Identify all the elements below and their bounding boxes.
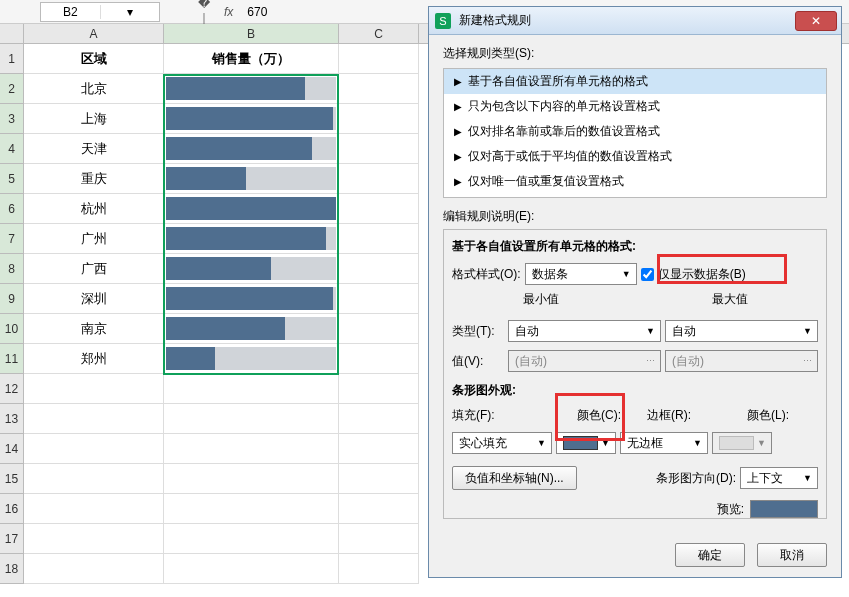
cell[interactable]: 杭州 xyxy=(24,194,164,224)
max-value-input[interactable]: (自动)⋯ xyxy=(665,350,818,372)
color2-combo[interactable]: ▼ xyxy=(712,432,772,454)
cell[interactable] xyxy=(339,134,419,164)
row-header[interactable]: 10 xyxy=(0,314,24,344)
cell[interactable] xyxy=(339,524,419,554)
cell[interactable] xyxy=(164,404,339,434)
rule-item-unique-dup[interactable]: ▶仅对唯一值或重复值设置格式 xyxy=(444,169,826,194)
cell[interactable] xyxy=(339,224,419,254)
formula-input[interactable] xyxy=(243,3,443,21)
cell[interactable] xyxy=(164,494,339,524)
cell[interactable] xyxy=(339,44,419,74)
cell[interactable] xyxy=(24,494,164,524)
show-bar-only-input[interactable] xyxy=(641,268,654,281)
cell[interactable] xyxy=(339,284,419,314)
cell[interactable]: 广西 xyxy=(24,254,164,284)
row-header[interactable]: 18 xyxy=(0,554,24,584)
name-box[interactable]: B2 ▾ xyxy=(40,2,160,22)
cell[interactable] xyxy=(164,104,339,134)
min-type-combo[interactable]: 自动▼ xyxy=(508,320,661,342)
cell[interactable] xyxy=(24,554,164,584)
col-header-A[interactable]: A xyxy=(24,24,164,43)
row-header[interactable]: 17 xyxy=(0,524,24,554)
cell[interactable] xyxy=(339,344,419,374)
cell[interactable] xyxy=(339,194,419,224)
fx-label[interactable]: fx xyxy=(224,5,233,19)
cancel-button[interactable]: 取消 xyxy=(757,543,827,567)
col-header-B[interactable]: B xyxy=(164,24,339,43)
cell[interactable] xyxy=(339,464,419,494)
select-all-corner[interactable] xyxy=(0,24,24,43)
cell[interactable]: 天津 xyxy=(24,134,164,164)
rule-type-list[interactable]: ▶基于各自值设置所有单元格的格式 ▶只为包含以下内容的单元格设置格式 ▶仅对排名… xyxy=(443,68,827,198)
cell[interactable]: 区域 xyxy=(24,44,164,74)
cell[interactable] xyxy=(164,434,339,464)
cell[interactable] xyxy=(24,434,164,464)
cell[interactable] xyxy=(339,374,419,404)
row-header[interactable]: 8 xyxy=(0,254,24,284)
row-header[interactable]: 7 xyxy=(0,224,24,254)
dialog-titlebar[interactable]: S 新建格式规则 ✕ xyxy=(429,7,841,35)
border-combo[interactable]: 无边框▼ xyxy=(620,432,708,454)
cell[interactable] xyxy=(164,374,339,404)
cell[interactable] xyxy=(24,404,164,434)
cell[interactable]: 北京 xyxy=(24,74,164,104)
cell[interactable] xyxy=(339,104,419,134)
cell[interactable] xyxy=(339,314,419,344)
min-value-input[interactable]: (自动)⋯ xyxy=(508,350,661,372)
cell[interactable] xyxy=(339,254,419,284)
format-style-combo[interactable]: 数据条▼ xyxy=(525,263,637,285)
cell[interactable]: 深圳 xyxy=(24,284,164,314)
row-header[interactable]: 15 xyxy=(0,464,24,494)
cell[interactable] xyxy=(339,554,419,584)
fill-combo[interactable]: 实心填充▼ xyxy=(452,432,552,454)
show-bar-only-checkbox[interactable]: 仅显示数据条(B) xyxy=(641,266,746,283)
cell[interactable] xyxy=(164,254,339,284)
cell[interactable] xyxy=(164,134,339,164)
row-header[interactable]: 5 xyxy=(0,164,24,194)
cell[interactable] xyxy=(164,524,339,554)
cell[interactable]: 重庆 xyxy=(24,164,164,194)
color-combo[interactable]: ▼ xyxy=(556,432,616,454)
cell[interactable] xyxy=(164,74,339,104)
cell[interactable]: 郑州 xyxy=(24,344,164,374)
cell[interactable]: 南京 xyxy=(24,314,164,344)
row-header[interactable]: 1 xyxy=(0,44,24,74)
cell[interactable] xyxy=(164,224,339,254)
rule-item-contains[interactable]: ▶只为包含以下内容的单元格设置格式 xyxy=(444,94,826,119)
max-type-combo[interactable]: 自动▼ xyxy=(665,320,818,342)
row-header[interactable]: 4 xyxy=(0,134,24,164)
zoom-out-icon[interactable]: �｜ xyxy=(198,4,214,20)
cell[interactable] xyxy=(339,164,419,194)
rule-item-top-bottom[interactable]: ▶仅对排名靠前或靠后的数值设置格式 xyxy=(444,119,826,144)
col-header-C[interactable]: C xyxy=(339,24,419,43)
ok-button[interactable]: 确定 xyxy=(675,543,745,567)
row-header[interactable]: 13 xyxy=(0,404,24,434)
cell[interactable] xyxy=(339,434,419,464)
cell[interactable] xyxy=(164,314,339,344)
cell[interactable] xyxy=(164,344,339,374)
cell[interactable] xyxy=(164,164,339,194)
cell[interactable] xyxy=(24,464,164,494)
rule-item-all-values[interactable]: ▶基于各自值设置所有单元格的格式 xyxy=(444,69,826,94)
cell[interactable] xyxy=(164,464,339,494)
rule-item-formula[interactable]: ▶使用公式确定要设置格式的单元格 xyxy=(444,194,826,198)
cell[interactable]: 上海 xyxy=(24,104,164,134)
row-header[interactable]: 16 xyxy=(0,494,24,524)
row-header[interactable]: 12 xyxy=(0,374,24,404)
cell[interactable] xyxy=(24,524,164,554)
cell[interactable]: 广州 xyxy=(24,224,164,254)
cell[interactable]: 销售量（万） xyxy=(164,44,339,74)
cell[interactable] xyxy=(339,404,419,434)
row-header[interactable]: 3 xyxy=(0,104,24,134)
rule-item-average[interactable]: ▶仅对高于或低于平均值的数值设置格式 xyxy=(444,144,826,169)
bar-direction-combo[interactable]: 上下文▼ xyxy=(740,467,818,489)
cell[interactable] xyxy=(164,554,339,584)
cell[interactable] xyxy=(339,74,419,104)
cell[interactable] xyxy=(24,374,164,404)
close-icon[interactable]: ✕ xyxy=(795,11,837,31)
chevron-down-icon[interactable]: ▾ xyxy=(100,5,160,19)
row-header[interactable]: 6 xyxy=(0,194,24,224)
neg-axis-button[interactable]: 负值和坐标轴(N)... xyxy=(452,466,577,490)
row-header[interactable]: 14 xyxy=(0,434,24,464)
cell[interactable] xyxy=(164,194,339,224)
